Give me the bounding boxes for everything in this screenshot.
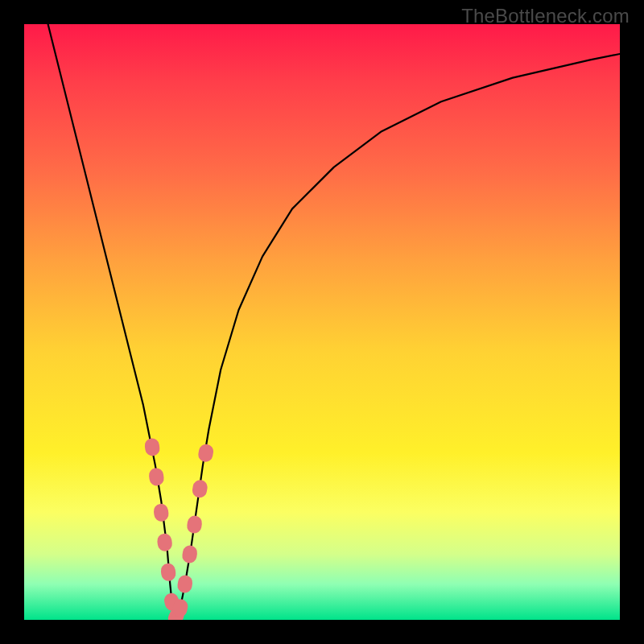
watermark-text: TheBottleneck.com [461, 5, 630, 27]
highlight-bead [148, 467, 165, 486]
highlight-bead [186, 514, 203, 534]
highlight-bead [153, 503, 169, 522]
bottleneck-curve [48, 24, 620, 620]
highlight-bead [160, 563, 176, 582]
highlight-bead [156, 533, 172, 552]
bottleneck-curve-svg [24, 24, 620, 620]
highlight-bead [176, 574, 193, 594]
highlight-bead [181, 544, 198, 564]
highlight-bead [197, 443, 214, 463]
chart-plot-area [24, 24, 620, 620]
highlight-bead [144, 437, 161, 456]
highlight-bead [192, 479, 208, 499]
